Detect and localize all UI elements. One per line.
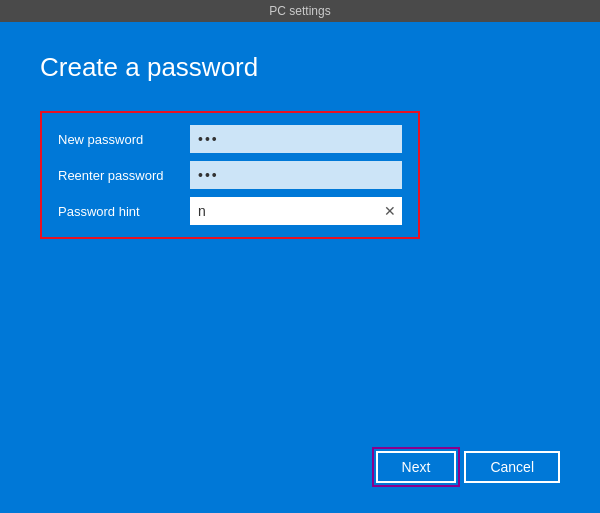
button-row: Next Cancel — [40, 451, 560, 493]
title-bar-text: PC settings — [269, 4, 330, 18]
hint-input-wrapper: ✕ — [190, 197, 402, 225]
reenter-password-input[interactable] — [190, 161, 402, 189]
cancel-button[interactable]: Cancel — [464, 451, 560, 483]
new-password-label: New password — [58, 132, 178, 147]
reenter-password-label: Reenter password — [58, 168, 178, 183]
reenter-password-row: Reenter password — [58, 161, 402, 189]
main-content: Create a password New password Reenter p… — [0, 22, 600, 513]
form-container: New password Reenter password Password h… — [40, 111, 420, 239]
password-hint-row: Password hint ✕ — [58, 197, 402, 225]
page-title: Create a password — [40, 52, 560, 83]
clear-hint-button[interactable]: ✕ — [384, 204, 396, 218]
password-hint-label: Password hint — [58, 204, 178, 219]
new-password-input[interactable] — [190, 125, 402, 153]
next-button[interactable]: Next — [376, 451, 457, 483]
spacer — [40, 239, 560, 451]
password-hint-input[interactable] — [190, 197, 402, 225]
title-bar: PC settings — [0, 0, 600, 22]
new-password-row: New password — [58, 125, 402, 153]
